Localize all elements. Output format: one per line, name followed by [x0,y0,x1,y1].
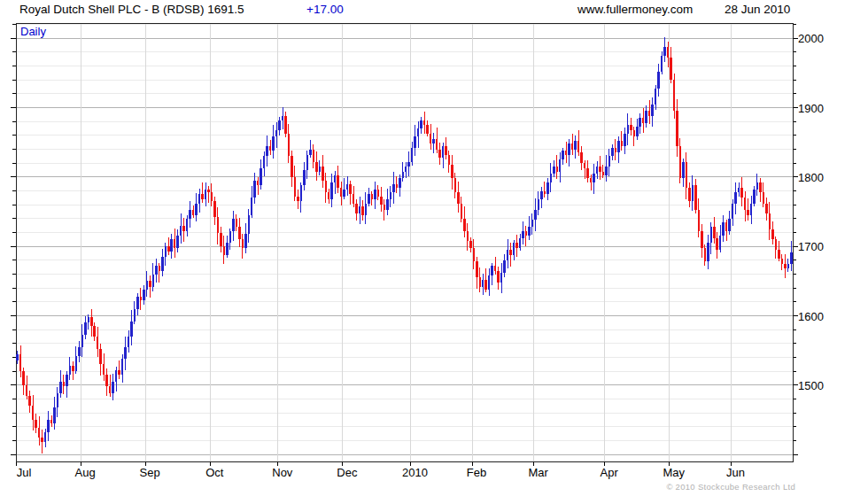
y-axis-label: 1800 [798,171,824,184]
copyright-label: © 2010 Stockcube Research Ltd [666,482,795,492]
y-axis-label: 1700 [798,240,824,253]
y-axis-label: 1900 [798,102,824,115]
x-axis-label: Mar [528,466,547,479]
x-axis-label: Apr [601,466,618,479]
x-axis-label: Sep [140,466,160,479]
website-label: www.fullermoney.com [577,3,693,16]
x-axis-label: Dec [337,466,357,479]
price-change: +17.00 [306,3,344,16]
x-axis-label: Feb [467,466,486,479]
y-axis-label: 2000 [798,32,824,45]
y-axis-label: 1500 [798,379,824,392]
date-label: 28 Jun 2010 [725,3,790,16]
x-axis-label: May [663,466,686,479]
interval-label: Daily [20,25,46,38]
chart-window: Royal Dutch Shell PLC - B (RDSB) 1691.5 … [0,0,868,496]
x-axis-label: Jul [17,466,32,479]
x-axis-label: Oct [205,466,223,479]
instrument-title: Royal Dutch Shell PLC - B (RDSB) 1691.5 [19,3,244,16]
x-axis-label: Nov [272,466,292,479]
x-axis-label: Aug [75,466,96,479]
x-axis-label: Jun [726,466,745,479]
y-axis-label: 1600 [798,310,824,323]
x-axis-label: 2010 [402,466,428,479]
price-chart-svg [0,0,868,496]
